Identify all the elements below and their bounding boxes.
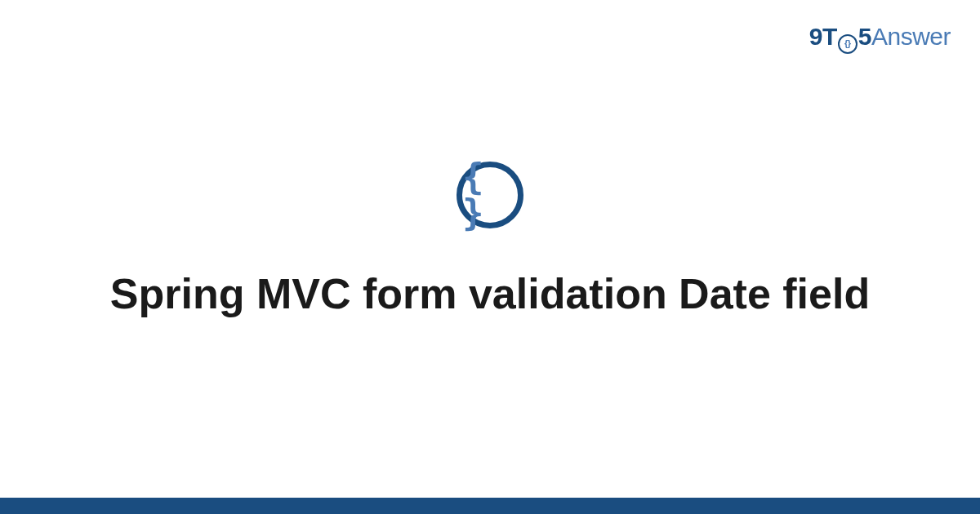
page-title: Spring MVC form validation Date field (110, 268, 870, 321)
main-content: { } Spring MVC form validation Date fiel… (0, 0, 980, 514)
braces-glyph: { } (462, 159, 518, 231)
code-braces-icon: { } (457, 162, 523, 228)
footer-accent-bar (0, 498, 980, 514)
